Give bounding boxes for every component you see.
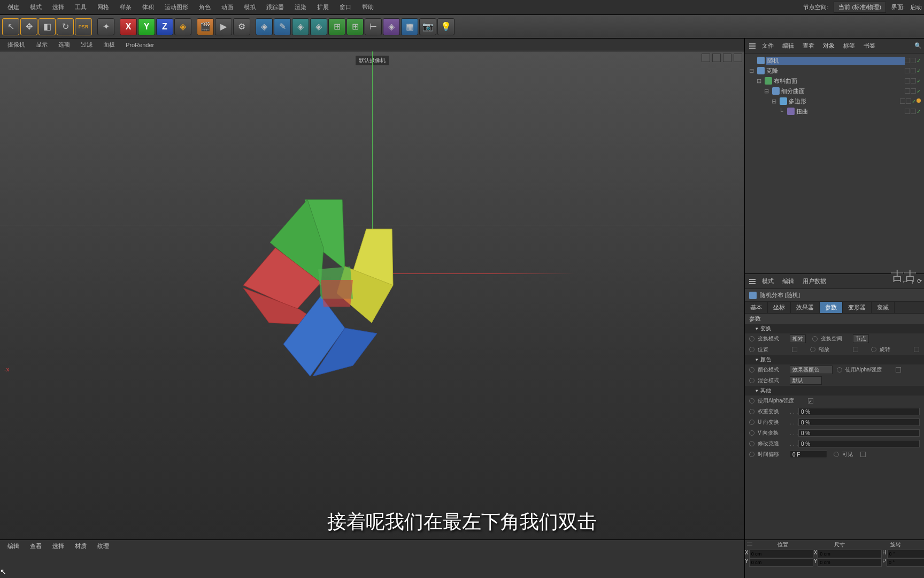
- radio-blend[interactable]: [749, 378, 754, 383]
- enable-check-icon[interactable]: ✓: [917, 109, 921, 115]
- radio-use-alpha[interactable]: [837, 367, 842, 372]
- primitive-cube[interactable]: ◈: [256, 18, 273, 35]
- tag-dot-icon[interactable]: [917, 98, 921, 103]
- time-offset-input[interactable]: [790, 451, 827, 458]
- tree-node[interactable]: 随机 ✓: [747, 56, 922, 65]
- radio-rotation[interactable]: [871, 347, 876, 352]
- scale-checkbox[interactable]: [853, 347, 858, 352]
- vp-menu-filter[interactable]: 过滤: [75, 40, 98, 50]
- rotation-checkbox[interactable]: [914, 347, 919, 352]
- object-tree[interactable]: 随机 ✓ ⊟ 克隆 ✓ ⊟ 布料曲面 ✓ ⊟ 细分曲面: [745, 54, 924, 273]
- menu-animation[interactable]: 动画: [216, 1, 238, 13]
- object-label[interactable]: 多边形: [789, 97, 900, 105]
- tab-falloff[interactable]: 衰减: [872, 302, 895, 313]
- attr-menu-mode[interactable]: 模式: [758, 276, 778, 286]
- obj-menu-bookmarks[interactable]: 书签: [859, 41, 880, 51]
- cursor-tool[interactable]: ↖: [2, 18, 19, 35]
- attr-hamburger-icon[interactable]: [747, 277, 758, 286]
- vp-orbit-icon[interactable]: [723, 54, 732, 62]
- color-mode-dropdown[interactable]: 效果器颜色: [790, 366, 833, 374]
- viewport-canvas[interactable]: 默认摄像机: [0, 51, 744, 557]
- transform-space-dropdown[interactable]: 节点: [853, 334, 869, 343]
- color-group-header[interactable]: 颜色: [745, 355, 924, 364]
- expander-icon[interactable]: ⊟: [749, 67, 756, 74]
- expander-icon[interactable]: ⊟: [764, 88, 771, 95]
- coord-size-input[interactable]: [818, 550, 882, 558]
- layer-indicator[interactable]: [905, 58, 910, 63]
- transform-group-header[interactable]: 变换: [745, 324, 924, 333]
- radio-position[interactable]: [749, 347, 754, 352]
- use-alpha-checkbox[interactable]: [896, 367, 901, 372]
- radio-visible[interactable]: [834, 452, 839, 457]
- enable-check-icon[interactable]: ✓: [917, 58, 921, 64]
- search-icon[interactable]: 🔍: [914, 42, 922, 49]
- nav-fwd-icon[interactable]: ⟳: [917, 278, 922, 285]
- radio-other-alpha[interactable]: [749, 398, 754, 404]
- null-tool[interactable]: ⊢: [365, 18, 382, 35]
- layer-indicator[interactable]: [905, 109, 910, 114]
- node-space-dropdown[interactable]: 当前 (标准/物理): [834, 2, 886, 13]
- layer-indicator[interactable]: [905, 68, 910, 73]
- coord-rot-input[interactable]: [887, 558, 924, 567]
- vp-menu-prorender[interactable]: ProRender: [120, 41, 159, 49]
- mat-menu-view[interactable]: 查看: [25, 541, 47, 551]
- object-label[interactable]: 布料曲面: [774, 77, 905, 85]
- enable-check-icon[interactable]: ✓: [917, 78, 921, 84]
- menu-mesh[interactable]: 网格: [92, 1, 114, 13]
- vp-pan-icon[interactable]: [702, 54, 710, 62]
- coord-pos-input[interactable]: [749, 550, 813, 558]
- menu-extend[interactable]: 扩展: [312, 1, 334, 13]
- object-label[interactable]: 随机: [766, 57, 905, 65]
- move-tool[interactable]: ✥: [20, 18, 37, 35]
- menu-tools[interactable]: 工具: [70, 1, 92, 13]
- tree-node[interactable]: ⊟ 克隆 ✓: [747, 66, 922, 75]
- tab-deformer[interactable]: 变形器: [843, 302, 872, 313]
- other-alpha-checkbox[interactable]: [808, 398, 813, 404]
- other-group-header[interactable]: 其他: [745, 386, 924, 396]
- vp-menu-panel[interactable]: 面板: [98, 40, 120, 50]
- menu-help[interactable]: 帮助: [357, 1, 379, 13]
- rotate-tool[interactable]: ↻: [57, 18, 74, 35]
- tree-node[interactable]: ⊟ 多边形 ✓: [747, 96, 922, 106]
- play-tool[interactable]: ▶: [215, 18, 232, 35]
- spline-tool[interactable]: ✎: [274, 18, 291, 35]
- menu-select[interactable]: 选择: [47, 1, 70, 13]
- vp-menu-display[interactable]: 显示: [30, 40, 53, 50]
- vp-toggle-icon[interactable]: [734, 54, 742, 62]
- tree-node[interactable]: ⊟ 布料曲面 ✓: [747, 76, 922, 86]
- layer-indicator[interactable]: [900, 98, 905, 104]
- generator-tool[interactable]: ◈: [310, 18, 327, 35]
- radio-scale[interactable]: [810, 347, 815, 352]
- menu-spline[interactable]: 样条: [114, 1, 137, 13]
- tab-params[interactable]: 参数: [820, 302, 843, 313]
- menu-window[interactable]: 窗口: [334, 1, 357, 13]
- expander-icon[interactable]: ⊟: [757, 78, 763, 85]
- render-indicator[interactable]: [906, 98, 911, 104]
- visible-checkbox[interactable]: [860, 452, 866, 457]
- radio-transform-space[interactable]: [812, 336, 818, 341]
- nurbs-tool[interactable]: ◈: [292, 18, 309, 35]
- mat-menu-edit[interactable]: 编辑: [2, 541, 25, 551]
- object-label[interactable]: 扭曲: [796, 108, 905, 116]
- scale-tool[interactable]: ◧: [38, 18, 56, 35]
- weight-input[interactable]: [798, 408, 920, 415]
- menu-character[interactable]: 角色: [194, 1, 216, 13]
- transform-mode-dropdown[interactable]: 相对: [790, 334, 806, 343]
- modify-clone-input[interactable]: [798, 440, 920, 447]
- radio-transform-mode[interactable]: [749, 336, 754, 341]
- radio-modify-clone[interactable]: [749, 441, 754, 446]
- mat-menu-texture[interactable]: 纹理: [92, 541, 114, 551]
- cube-ref-tool[interactable]: ◈: [174, 18, 191, 35]
- vp-menu-camera[interactable]: 摄像机: [2, 40, 30, 50]
- render-clapperboard[interactable]: 🎬: [197, 18, 214, 35]
- instance-tool[interactable]: ⊞: [346, 18, 364, 35]
- radio-weight[interactable]: [749, 409, 754, 414]
- hamburger-icon[interactable]: [747, 41, 758, 51]
- render-indicator[interactable]: [911, 78, 916, 83]
- psr-tool[interactable]: PSR: [75, 18, 92, 35]
- vp-menu-options[interactable]: 选项: [53, 40, 75, 50]
- blend-dropdown[interactable]: 默认: [790, 376, 822, 385]
- obj-menu-tags[interactable]: 标签: [839, 41, 859, 51]
- v-input[interactable]: [798, 429, 920, 437]
- render-indicator[interactable]: [911, 109, 916, 114]
